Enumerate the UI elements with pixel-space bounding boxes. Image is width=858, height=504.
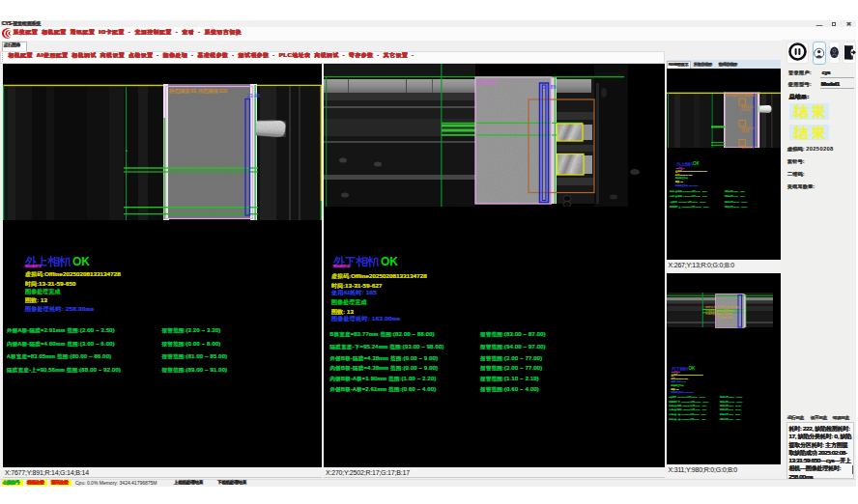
svg-text:AI检测框: AI检测框: [477, 79, 498, 86]
svg-text:(80-86): (80-86): [741, 129, 749, 133]
svg-text:(2.0-3.5): (2.0-3.5): [741, 108, 751, 112]
svg-text:23.89: 23.89: [543, 84, 557, 90]
svg-text:静态阈值:93,动态阈值:100: 静态阈值:93,动态阈值:100: [726, 94, 756, 98]
svg-text:2.61mm 0.60: 2.61mm 0.60: [717, 316, 733, 320]
svg-text:静态阈值:93, 动态阈值:100: 静态阈值:93, 动态阈值:100: [169, 88, 227, 95]
svg-text:GB.56 90.5: GB.56 90.5: [741, 146, 755, 150]
svg-text:23.48: 23.48: [247, 93, 261, 98]
